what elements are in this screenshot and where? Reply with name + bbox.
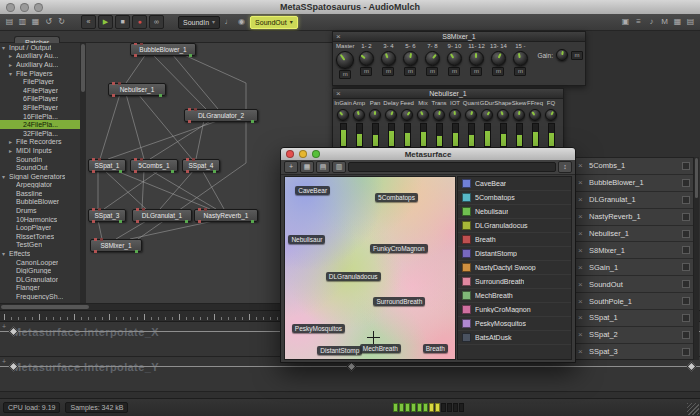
view-mode-button[interactable]: ▤ — [316, 161, 330, 173]
patcher-node[interactable]: DLGranulat_1 — [132, 209, 192, 222]
param-knob[interactable] — [481, 109, 493, 121]
input-port[interactable] — [188, 108, 191, 111]
view-mode-button[interactable]: ▥ — [332, 161, 346, 173]
param-knob[interactable] — [529, 109, 541, 121]
sort-icon[interactable]: ↕ — [558, 161, 572, 173]
contraption-row[interactable]: ×BubbleBlower_1 — [575, 175, 693, 192]
param-fader[interactable] — [420, 123, 427, 147]
palette-item[interactable]: FrequencySh... — [0, 292, 80, 301]
preset-label-chip[interactable]: 5Combatops — [375, 193, 418, 202]
output-port[interactable] — [213, 170, 216, 173]
palette-item[interactable]: BubbleBlower — [0, 198, 80, 207]
nebuliser-panel-titlebar[interactable]: × Nebuliser_1 — [333, 89, 563, 99]
input-port[interactable] — [204, 208, 207, 211]
preset-list-item[interactable]: Nebulisaur — [458, 205, 571, 219]
preset-label-chip[interactable]: Breath — [423, 344, 448, 353]
patch-cord[interactable] — [150, 170, 216, 209]
patcher-node[interactable]: BubbleBlower_1 — [130, 43, 196, 56]
input-port[interactable] — [134, 158, 137, 161]
param-knob[interactable] — [369, 109, 381, 121]
input-port[interactable] — [142, 208, 145, 211]
rewind-button[interactable]: « — [81, 15, 96, 29]
loop-button[interactable]: ∞ — [149, 15, 164, 29]
channel-gain-knob[interactable] — [447, 51, 462, 66]
preset-list-item[interactable]: MechBreath — [458, 289, 571, 303]
tree-expand-icon[interactable]: ▸ — [9, 52, 16, 59]
contraption-row[interactable]: ×DLGranulat_1 — [575, 192, 693, 209]
save-file-icon[interactable]: ▦ — [30, 16, 41, 28]
param-fader[interactable] — [500, 123, 507, 147]
patcher-node[interactable]: SSpat_4 — [182, 159, 220, 172]
input-port[interactable] — [198, 208, 201, 211]
palette-item[interactable]: LoopPlayer — [0, 223, 80, 232]
contraption-row[interactable]: ×Nebuliser_1 — [575, 226, 693, 243]
output-port[interactable] — [189, 54, 192, 57]
patch-cord[interactable] — [104, 170, 146, 209]
remove-contraption-icon[interactable]: × — [578, 212, 586, 221]
contraption-row[interactable]: ×SoundOut — [575, 276, 693, 293]
param-fader[interactable] — [548, 123, 555, 147]
contraption-row[interactable]: ×SSpat_1 — [575, 310, 693, 327]
input-port[interactable] — [100, 238, 103, 241]
surface-cursor[interactable] — [367, 331, 380, 344]
tree-collapse-icon[interactable]: ▾ — [2, 173, 9, 180]
output-port[interactable] — [92, 170, 95, 173]
automation-point[interactable] — [687, 362, 697, 372]
palette-item[interactable]: ▸Auxiliary Au... — [0, 52, 80, 61]
input-port[interactable] — [112, 82, 115, 85]
patcher-node[interactable]: SSpat_1 — [88, 159, 126, 172]
metasurface-icon[interactable]: ▦ — [672, 16, 683, 28]
param-fader[interactable] — [372, 123, 379, 147]
palette-item[interactable]: ▾Effects — [0, 249, 80, 258]
input-port[interactable] — [118, 82, 121, 85]
contraption-row[interactable]: ×5Combs_1 — [575, 158, 693, 175]
metronome-icon[interactable]: ♩ — [223, 16, 234, 28]
input-port[interactable] — [92, 158, 95, 161]
contraption-row[interactable]: ×S8Mixer_1 — [575, 242, 693, 259]
interpolation-surface[interactable]: CaveBear5CombatopsNebulisaurFunkyCroMagn… — [284, 176, 456, 360]
resize-grip[interactable] — [687, 403, 699, 415]
metasurface-window[interactable]: Metasurface + ▦▤▥ ↕ CaveBear5CombatopsNe… — [280, 147, 576, 363]
tree-expand-icon[interactable]: ▸ — [9, 147, 16, 154]
remove-contraption-icon[interactable]: × — [578, 297, 586, 306]
palette-item[interactable]: 6FilePlayer — [0, 95, 80, 104]
param-fader[interactable] — [436, 123, 443, 147]
patch-cord[interactable] — [182, 54, 246, 83]
gain-mute-button[interactable]: m — [571, 51, 583, 60]
contraption-row[interactable]: ×SSpat_2 — [575, 327, 693, 344]
palette-item[interactable]: 32FilePla... — [0, 129, 80, 138]
palette-item[interactable]: ▾File Players — [0, 69, 80, 78]
preset-list-item[interactable]: 5Combatops — [458, 191, 571, 205]
remove-contraption-icon[interactable]: × — [578, 229, 586, 238]
channel-gain-knob[interactable] — [425, 51, 440, 66]
param-knob[interactable] — [417, 109, 429, 121]
contraption-row[interactable]: ×SGain_1 — [575, 259, 693, 276]
channel-mute-button[interactable]: m — [382, 67, 394, 76]
patcher-h-scrollbar-thumb[interactable] — [1, 305, 89, 309]
patcher-node[interactable]: NastyReverb_1 — [194, 209, 258, 222]
channel-gain-knob[interactable] — [513, 51, 528, 66]
mixer-panel-icon[interactable]: ▣ — [620, 16, 631, 28]
param-knob[interactable] — [385, 109, 397, 121]
palette-item[interactable]: ▾Input / Output — [0, 43, 80, 52]
palette-item[interactable]: 4FilePlayer — [0, 86, 80, 95]
remove-contraption-icon[interactable]: × — [578, 178, 586, 187]
param-knob[interactable] — [353, 109, 365, 121]
tap-tempo-icon[interactable]: ◉ — [236, 16, 247, 28]
output-port[interactable] — [94, 250, 97, 253]
output-port[interactable] — [135, 250, 138, 253]
preset-list-item[interactable]: Breath — [458, 233, 571, 247]
patch-cord[interactable] — [98, 220, 102, 239]
preset-list-item[interactable]: PeskyMosquitos — [458, 317, 571, 331]
close-panel-icon[interactable]: × — [336, 89, 341, 98]
param-knob[interactable] — [449, 109, 461, 121]
remove-contraption-icon[interactable]: × — [578, 161, 586, 170]
preset-label-chip[interactable]: MechBreath — [360, 344, 401, 353]
channel-gain-knob[interactable] — [469, 51, 484, 66]
undo-icon[interactable]: ↺ — [43, 16, 54, 28]
channel-gain-knob[interactable] — [381, 51, 396, 66]
palette-item[interactable]: RissetTones — [0, 232, 80, 241]
output-port[interactable] — [119, 220, 122, 223]
palette-scrollbar-thumb[interactable] — [81, 44, 85, 92]
param-fader[interactable] — [340, 123, 347, 147]
